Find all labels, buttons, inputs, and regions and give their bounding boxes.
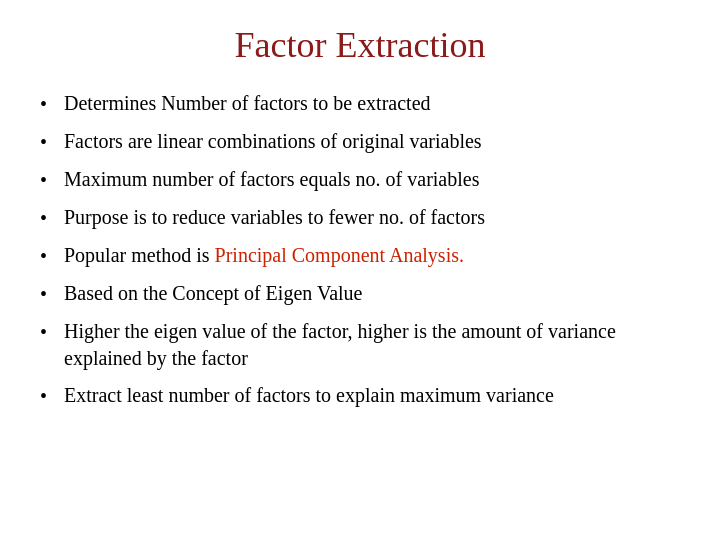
bullet-text-5: Popular method is Principal Component An…	[64, 242, 680, 269]
bullet-dot: •	[40, 243, 64, 270]
bullet-text-3: Maximum number of factors equals no. of …	[64, 166, 680, 193]
bullet-list: •Determines Number of factors to be extr…	[40, 90, 680, 420]
slide-title: Factor Extraction	[40, 20, 680, 66]
highlighted-text: Principal Component Analysis.	[215, 244, 464, 266]
bullet-text-2: Factors are linear combinations of origi…	[64, 128, 680, 155]
bullet-item-5: •Popular method is Principal Component A…	[40, 242, 680, 270]
bullet-item-8: •Extract least number of factors to expl…	[40, 382, 680, 410]
bullet-text-6: Based on the Concept of Eigen Value	[64, 280, 680, 307]
bullet-item-4: •Purpose is to reduce variables to fewer…	[40, 204, 680, 232]
bullet-dot: •	[40, 205, 64, 232]
bullet-item-1: •Determines Number of factors to be extr…	[40, 90, 680, 118]
bullet-text-8: Extract least number of factors to expla…	[64, 382, 680, 409]
bullet-dot: •	[40, 91, 64, 118]
bullet-dot: •	[40, 281, 64, 308]
bullet-dot: •	[40, 167, 64, 194]
bullet-dot: •	[40, 129, 64, 156]
bullet-text-1: Determines Number of factors to be extra…	[64, 90, 680, 117]
slide-container: Factor Extraction •Determines Number of …	[0, 0, 720, 540]
bullet-item-3: •Maximum number of factors equals no. of…	[40, 166, 680, 194]
bullet-text-4: Purpose is to reduce variables to fewer …	[64, 204, 680, 231]
bullet-dot: •	[40, 383, 64, 410]
bullet-text-7: Higher the eigen value of the factor, hi…	[64, 318, 680, 372]
bullet-item-2: •Factors are linear combinations of orig…	[40, 128, 680, 156]
bullet-item-6: •Based on the Concept of Eigen Value	[40, 280, 680, 308]
bullet-dot: •	[40, 319, 64, 346]
bullet-item-7: •Higher the eigen value of the factor, h…	[40, 318, 680, 372]
